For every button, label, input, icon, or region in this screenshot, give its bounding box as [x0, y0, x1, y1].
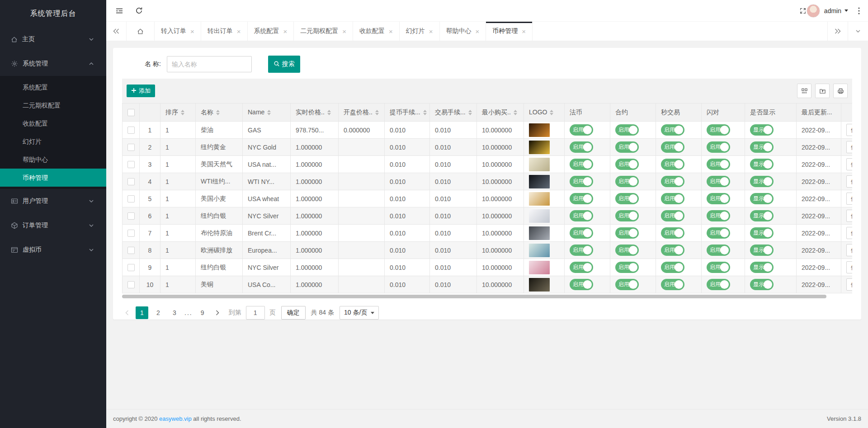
fiat-toggle[interactable]: 启用 [570, 262, 593, 273]
contract-toggle[interactable]: 启用 [615, 193, 639, 204]
sidebar-item-order-manage[interactable]: 订单管理 [0, 213, 106, 238]
scroll-tabs-right-button[interactable] [827, 22, 848, 41]
visible-toggle[interactable]: 显示 [750, 124, 774, 136]
page-size-select[interactable]: 10 条/页 [340, 306, 379, 320]
contract-toggle[interactable]: 启用 [615, 227, 639, 239]
fiat-toggle[interactable]: 启用 [570, 176, 593, 187]
row-checkbox[interactable] [127, 247, 135, 254]
sort-icon[interactable] [514, 108, 517, 117]
tab-home[interactable] [127, 22, 155, 41]
fiat-toggle[interactable]: 启用 [570, 279, 593, 290]
tab-transfer-in-orders[interactable]: 转入订单× [155, 22, 201, 41]
next-page-button[interactable] [212, 306, 222, 319]
visible-toggle[interactable]: 显示 [750, 176, 774, 187]
col-price[interactable]: 实时价格.. [291, 103, 339, 122]
fiat-toggle[interactable]: 启用 [570, 124, 593, 136]
sort-icon[interactable] [550, 108, 553, 117]
col-name-cn[interactable]: 名称 [196, 103, 243, 122]
col-trade-fee[interactable]: 交易手续... [430, 103, 477, 122]
seconds-trade-toggle[interactable]: 启用 [661, 141, 684, 153]
sidebar-item-slides[interactable]: 幻灯片 [0, 132, 106, 151]
sort-icon[interactable] [327, 108, 331, 117]
seconds-trade-toggle[interactable]: 启用 [661, 159, 684, 170]
flash-swap-toggle[interactable]: 启用 [707, 279, 730, 290]
close-icon[interactable]: × [342, 28, 346, 35]
tab-transfer-out-orders[interactable]: 转出订单× [201, 22, 248, 41]
contract-toggle[interactable]: 启用 [615, 124, 639, 136]
row-checkbox[interactable] [127, 144, 135, 151]
more-menu-icon[interactable] [858, 7, 860, 14]
jump-page-input[interactable] [246, 306, 265, 320]
edit-button[interactable]: 修改 [846, 244, 852, 256]
contract-toggle[interactable]: 启用 [615, 210, 639, 221]
fiat-toggle[interactable]: 启用 [570, 193, 593, 204]
sidebar-item-virtual-coin[interactable]: 虚拟币 [0, 238, 106, 262]
flash-swap-toggle[interactable]: 启用 [707, 193, 730, 204]
col-min-buy[interactable]: 最小购买.. [477, 103, 524, 122]
col-withdraw-fee[interactable]: 提币手续... [385, 103, 430, 122]
tab-help-center[interactable]: 帮助中心× [440, 22, 486, 41]
sidebar-item-system-manage[interactable]: 系统管理 [0, 52, 106, 76]
close-icon[interactable]: × [476, 28, 480, 35]
fiat-toggle[interactable]: 启用 [570, 141, 593, 153]
visible-toggle[interactable]: 显示 [750, 210, 774, 221]
seconds-trade-toggle[interactable]: 启用 [661, 279, 684, 290]
visible-toggle[interactable]: 显示 [750, 227, 774, 239]
select-all-checkbox[interactable] [127, 109, 135, 116]
fiat-toggle[interactable]: 启用 [570, 159, 593, 170]
tab-payment-config[interactable]: 收款配置× [353, 22, 400, 41]
row-checkbox[interactable] [127, 195, 135, 202]
edit-button[interactable]: 修改 [846, 278, 852, 291]
row-checkbox[interactable] [127, 230, 135, 237]
fiat-toggle[interactable]: 启用 [570, 245, 593, 256]
contract-toggle[interactable]: 启用 [615, 141, 639, 153]
close-icon[interactable]: × [522, 28, 526, 35]
contract-toggle[interactable]: 启用 [615, 262, 639, 273]
visible-toggle[interactable]: 显示 [750, 159, 774, 170]
collapse-sidebar-icon[interactable] [115, 7, 123, 15]
edit-button[interactable]: 修改 [846, 158, 852, 170]
contract-toggle[interactable]: 启用 [615, 279, 639, 290]
flash-swap-toggle[interactable]: 启用 [707, 141, 730, 153]
flash-swap-toggle[interactable]: 启用 [707, 227, 730, 239]
flash-swap-toggle[interactable]: 启用 [707, 124, 730, 136]
edit-button[interactable]: 修改 [846, 210, 852, 222]
export-icon[interactable] [815, 84, 830, 98]
row-checkbox[interactable] [127, 264, 135, 271]
visible-toggle[interactable]: 显示 [750, 245, 774, 256]
col-open-price[interactable]: 开盘价格.. [339, 103, 385, 122]
tab-menu-button[interactable] [848, 22, 868, 41]
row-checkbox[interactable] [127, 178, 135, 185]
col-name-en[interactable]: Name [243, 103, 291, 122]
row-checkbox[interactable] [127, 161, 135, 168]
sidebar-item-payment-config[interactable]: 收款配置 [0, 114, 106, 132]
flash-swap-toggle[interactable]: 启用 [707, 245, 730, 256]
sidebar-item-binary-option-config[interactable]: 二元期权配置 [0, 96, 106, 114]
horizontal-scrollbar[interactable] [122, 295, 852, 299]
close-icon[interactable]: × [429, 28, 433, 35]
seconds-trade-toggle[interactable]: 启用 [661, 176, 684, 187]
flash-swap-toggle[interactable]: 启用 [707, 159, 730, 170]
tab-currency-manage[interactable]: 币种管理× [486, 22, 533, 41]
visible-toggle[interactable]: 显示 [750, 279, 774, 290]
user-menu-caret-icon[interactable] [844, 9, 848, 12]
scroll-tabs-left-button[interactable] [106, 22, 127, 41]
seconds-trade-toggle[interactable]: 启用 [661, 227, 684, 239]
page-button-1[interactable]: 1 [136, 306, 148, 319]
confirm-button[interactable]: 确定 [281, 306, 306, 320]
search-button[interactable]: 搜索 [268, 56, 300, 73]
contract-toggle[interactable]: 启用 [615, 176, 639, 187]
search-input[interactable] [167, 56, 252, 72]
close-icon[interactable]: × [190, 28, 194, 35]
page-button-9[interactable]: 9 [196, 306, 209, 319]
sort-icon[interactable] [216, 108, 220, 117]
sort-icon[interactable] [267, 108, 271, 117]
visible-toggle[interactable]: 显示 [750, 141, 774, 153]
sidebar-item-user-manage[interactable]: 用户管理 [0, 189, 106, 213]
edit-button[interactable]: 修改 [846, 175, 852, 188]
col-sort[interactable]: 排序 [160, 103, 196, 122]
prev-page-button[interactable] [122, 306, 132, 319]
contract-toggle[interactable]: 启用 [615, 159, 639, 170]
sidebar-item-system-config[interactable]: 系统配置 [0, 78, 106, 96]
add-button[interactable]: 添加 [127, 85, 155, 97]
